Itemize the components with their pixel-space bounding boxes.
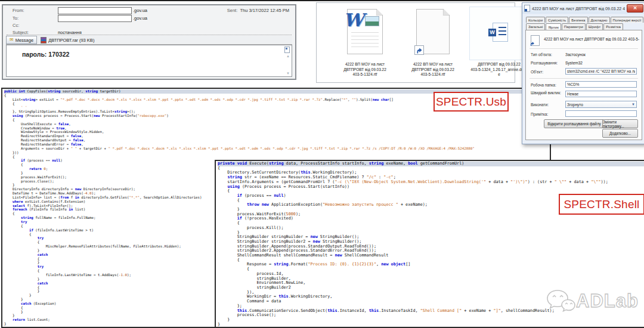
target-input[interactable] xyxy=(565,68,637,75)
tab-layout[interactable]: Розмітка xyxy=(603,23,623,30)
close-button[interactable]: ✕ xyxy=(627,4,643,13)
from-label: From: xyxy=(13,8,24,13)
code-line: process.Kill(); xyxy=(218,226,644,231)
shortcut-file-icon xyxy=(531,35,540,46)
decompiled-code-window-shell: private void Execute(string data, Proces… xyxy=(215,160,644,328)
code-line: if (!process.HasExited) xyxy=(218,216,644,221)
to-label: To: xyxy=(13,16,18,21)
code-line: this.CommunicationService.SendObject(thi… xyxy=(218,309,644,314)
code-line: WindowStyle = ProcessWindowStyle.Hidden, xyxy=(4,130,550,134)
file-item-rtf-word[interactable]: W 4222 ВП МОУ на лист ДВТПРОВТ від 09.03… xyxy=(334,5,396,54)
shortcut-arrow-icon xyxy=(414,45,424,55)
location-label: Розташування: xyxy=(531,61,563,65)
rtf-word-document-icon: W xyxy=(347,9,383,54)
to-domain: .gov.ua xyxy=(133,16,147,21)
working-folder-input[interactable] xyxy=(565,81,637,88)
tab-security[interactable]: Безпека xyxy=(569,17,587,23)
document-text-lines xyxy=(351,32,379,50)
tab-colors[interactable]: Кольори xyxy=(526,17,545,23)
reading-pane-scroll: ▲ ▼ xyxy=(284,47,290,75)
rar-file-icon xyxy=(41,37,47,44)
code-line: UseShellExecute = false, xyxy=(4,122,550,126)
spectr-shell-label: SPECTR.Shell xyxy=(559,194,644,215)
selection-highlight: W xyxy=(469,7,529,60)
object-type-value: Застосунок xyxy=(565,52,586,57)
run-select[interactable]: Згорнуто ▼ xyxy=(565,101,637,108)
code-line: RedirectStandardOutput = false, xyxy=(4,138,550,143)
hotkey-label: Швидкий виклик: xyxy=(531,91,563,95)
scroll-up-icon[interactable]: ▲ xyxy=(286,54,290,58)
tab-options[interactable]: Параметри xyxy=(562,23,586,30)
attachment-item[interactable]: ДВТПРОВТ.rar (93 KB) xyxy=(41,37,94,44)
code-line: using (Process process = Process.Start(s… xyxy=(218,185,644,190)
attachment-name: ДВТПРОВТ.rar (93 KB) xyxy=(48,38,94,43)
message-tab-label: Message xyxy=(16,38,33,43)
tab-previous-versions[interactable]: Попередні версії xyxy=(611,17,644,23)
envelope-icon: ✉ xyxy=(10,38,14,42)
advanced-button[interactable]: Додатково... xyxy=(602,129,638,138)
open-file-location-button[interactable]: Відкрити розташування файлу xyxy=(544,119,605,128)
dialog-title: 4222 ВП МОУ на лист ДВТПРОВТ від 09.03.2… xyxy=(532,7,625,11)
message-tab[interactable]: ✉ Message xyxy=(6,36,37,44)
dialog-tabs-back-row: Кольори Сумісність Безпека Докладно Попе… xyxy=(526,17,644,23)
tab-font[interactable]: Шрифт xyxy=(586,23,603,30)
word-w-logo-icon: W xyxy=(343,12,364,29)
object-type-label: Тип об'єкта: xyxy=(531,52,563,57)
tab-details[interactable]: Докладно xyxy=(589,17,610,23)
spectr-usb-label: SPECTR.Usb xyxy=(434,92,509,112)
target-label: Об'єкт: xyxy=(531,70,563,74)
hotkey-input[interactable] xyxy=(565,91,637,97)
email-body: пароль: 170322 ▲ ▼ xyxy=(6,45,292,77)
file-label: 4222 ВП МОУ на лист ДВТПРОВТ від 09.03.2… xyxy=(402,62,464,78)
code-line: Response = string.Format("Process ID: {0… xyxy=(218,262,644,267)
shortcut-file-title: 4222 ВП МОУ на лист ДВТПРОВТ від 09.03.2… xyxy=(544,37,639,41)
blank-document-icon xyxy=(416,9,450,54)
tab-compatibility[interactable]: Сумісність xyxy=(546,17,568,23)
screenshot-top-border xyxy=(0,0,644,1)
word-w-square-icon: W xyxy=(488,29,496,36)
dialog-title-icon xyxy=(524,5,530,12)
redacted-to-address xyxy=(58,15,132,22)
attachment-strip: ✉ Message ДВТПРОВТ.rar (93 KB) xyxy=(6,36,292,45)
code-line: Arguments = sourceDir + " " + targetDir … xyxy=(4,147,550,151)
cc-label: Cc: xyxy=(13,23,19,28)
email-message-window: From: .gov.ua Sent: Thu 3/17/2022 12:45 … xyxy=(2,4,296,80)
working-folder-label: Робоча папка: xyxy=(531,83,563,87)
code-line: RedirectStandardError = false, xyxy=(4,143,550,147)
code-line: private void Execute(string data, Proces… xyxy=(218,162,644,166)
comment-label: Примітка: xyxy=(531,112,563,116)
tab-general[interactable]: Загальні xyxy=(526,23,545,30)
code-line: Command = data xyxy=(218,299,644,304)
code-line: { xyxy=(4,155,550,159)
email-body-text: пароль: 170322 xyxy=(22,51,69,58)
code-line: CreateNoWindow = true, xyxy=(4,126,550,131)
scroll-down-icon[interactable]: ▼ xyxy=(286,72,290,75)
sent-label: Sent: xyxy=(227,8,238,13)
code-line: stringBuilder2 xyxy=(218,286,644,290)
file-explorer-panel: W 4222 ВП МОУ на лист ДВТПРОВТ від 09.03… xyxy=(316,2,515,83)
from-domain: .gov.ua xyxy=(133,8,147,13)
code-line: } xyxy=(218,323,644,327)
tab-shortcut-active[interactable]: Ярлик xyxy=(546,23,561,30)
file-label: ДВТПРОВТ від 09.03.22 403-5-1324_1.26.17… xyxy=(468,62,530,78)
code-line: WorkingDir = this.WorkingDirectory, xyxy=(218,295,644,299)
sent-line: Sent: Thu 3/17/2022 12:45 PM xyxy=(227,8,289,13)
change-icon-button[interactable]: Змінити піктограму... xyxy=(602,119,638,128)
chevron-down-icon: ▼ xyxy=(631,103,635,106)
comment-input[interactable] xyxy=(565,110,637,117)
code-line: } xyxy=(218,318,644,323)
code-line: RedirectStandardInput = false, xyxy=(4,134,550,138)
run-select-value: Згорнуто xyxy=(567,103,583,107)
dialog-tabs-front-row: Загальні Ярлик Параметри Шрифт Розмітка xyxy=(526,23,624,30)
dialog-titlebar: 4222 ВП МОУ на лист ДВТПРОВТ від 09.03.2… xyxy=(522,3,644,14)
code-line: process.Close(); xyxy=(218,313,644,318)
code-listing-shell: private void Execute(string data, Proces… xyxy=(216,161,644,327)
word-docx-icon: W xyxy=(493,23,508,42)
file-item-rtf-shortcut[interactable]: 4222 ВП МОУ на лист ДВТПРОВТ від 09.03.2… xyxy=(402,5,464,54)
embedded-image-thumbnail xyxy=(365,16,379,26)
code-line: using (Process process = Process.Start(n… xyxy=(4,114,550,118)
location-value: System32 xyxy=(565,61,583,65)
shortcut-tab-pane: 4222 ВП МОУ на лист ДВТПРОВТ від 09.03.2… xyxy=(525,30,642,140)
shortcut-properties-dialog: 4222 ВП МОУ на лист ДВТПРОВТ від 09.03.2… xyxy=(522,2,644,144)
reading-view-icon[interactable] xyxy=(284,47,290,53)
